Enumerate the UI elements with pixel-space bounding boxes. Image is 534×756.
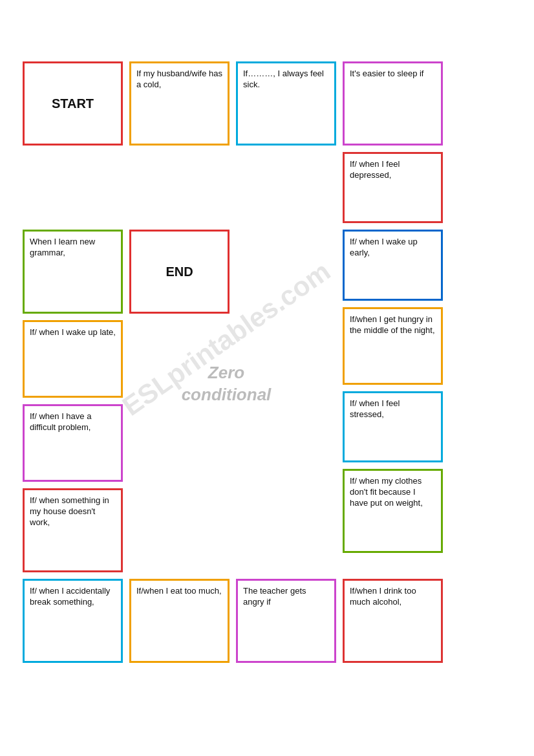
cell-text-feel-stressed: If/ when I feel stressed, (350, 398, 436, 420)
cell-house-doesnt-work: If/ when something in my house doesn't w… (23, 488, 123, 572)
cell-text-difficult-problem: If/ when I have a difficult problem, (30, 411, 116, 433)
cell-text-learn-grammar: When I learn new grammar, (30, 237, 116, 259)
cell-clothes-dont-fit: If/ when my clothes don't fit because I … (343, 469, 443, 553)
cell-text-feel-depressed: If/ when I feel depressed, (350, 159, 436, 181)
cell-hungry-night: If/when I get hungry in the middle of th… (343, 307, 443, 385)
cell-text-drink-alcohol: If/when I drink too much alcohol, (350, 586, 436, 608)
cell-text-house-doesnt-work: If/ when something in my house doesn't w… (30, 495, 116, 528)
cell-feel-depressed: If/ when I feel depressed, (343, 152, 443, 223)
cell-teacher-angry: The teacher gets angry if (236, 579, 336, 663)
cell-text-wake-up-early: If/ when I wake up early, (350, 237, 436, 259)
cell-text-break-something: If/ when I accidentally break something, (30, 586, 116, 608)
cell-difficult-problem: If/ when I have a difficult problem, (23, 404, 123, 482)
cell-text-clothes-dont-fit: If/ when my clothes don't fit because I … (350, 476, 436, 509)
cell-end: END (129, 230, 230, 314)
cell-break-something: If/ when I accidentally break something, (23, 579, 123, 663)
cell-learn-grammar: When I learn new grammar, (23, 230, 123, 314)
cell-text-start: START (52, 95, 94, 112)
cell-text-end: END (166, 263, 193, 280)
cell-feel-stressed: If/ when I feel stressed, (343, 391, 443, 462)
zero-conditional-label: Zeroconditional (155, 362, 297, 406)
board: Zeroconditional STARTIf my husband/wife … (0, 0, 534, 756)
cell-text-teacher-angry: The teacher gets angry if (243, 586, 329, 608)
cell-text-wake-up-late: If/ when I wake up late, (30, 327, 116, 338)
cell-text-husband-cold: If my husband/wife has a cold, (136, 69, 222, 91)
cell-start: START (23, 61, 123, 146)
cell-drink-alcohol: If/when I drink too much alcohol, (343, 579, 443, 663)
cell-text-always-feel-sick: If………, I always feel sick. (243, 69, 329, 91)
cell-wake-up-early: If/ when I wake up early, (343, 230, 443, 301)
cell-text-hungry-night: If/when I get hungry in the middle of th… (350, 314, 436, 336)
cell-always-feel-sick: If………, I always feel sick. (236, 61, 336, 146)
cell-text-easier-sleep: It's easier to sleep if (350, 69, 423, 80)
cell-husband-cold: If my husband/wife has a cold, (129, 61, 230, 146)
cell-text-eat-too-much: If/when I eat too much, (136, 586, 222, 597)
cell-eat-too-much: If/when I eat too much, (129, 579, 230, 663)
cell-easier-sleep: It's easier to sleep if (343, 61, 443, 146)
cell-wake-up-late: If/ when I wake up late, (23, 320, 123, 398)
